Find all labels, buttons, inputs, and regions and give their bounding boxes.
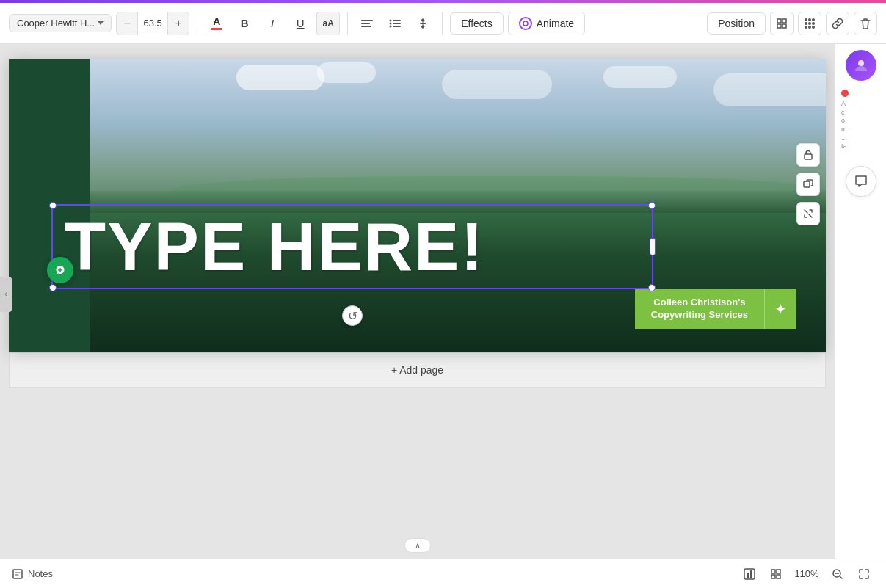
handle-middle-right[interactable] [650,238,656,255]
text-selection-box[interactable]: TYPE HERE! [51,204,653,289]
duplicate-button[interactable] [796,173,820,196]
svg-point-10 [523,21,528,26]
add-page-bar[interactable]: + Add page [9,352,826,388]
notes-label: Notes [28,568,53,579]
fullscreen-button[interactable] [854,564,874,584]
svg-rect-26 [750,570,752,578]
toolbar: Cooper Hewitt H... − + A B I U aA [0,3,886,44]
svg-point-16 [812,22,815,25]
text-color-letter: A [213,16,220,26]
rotate-icon: ↺ [348,309,357,323]
tools-icon-button[interactable] [770,12,794,35]
canvas-container: TYPE HERE! ↺ Colleen Christison's Copywr… [9,59,826,388]
comment-button[interactable] [846,166,876,197]
handle-top-left[interactable] [49,202,57,209]
svg-point-19 [812,26,815,29]
svg-rect-2 [361,26,371,27]
font-size-input[interactable] [137,12,168,35]
animate-icon [519,17,532,30]
bottom-icon-1[interactable] [739,564,760,584]
handle-bottom-left[interactable] [49,284,57,291]
svg-point-8 [390,25,392,27]
logo-badge-line2: Copywriting Services [651,309,748,322]
delete-icon-button[interactable] [854,12,877,35]
left-panel-arrow-icon: ‹ [4,290,7,298]
logo-badge-icon[interactable]: ✦ [764,289,796,329]
svg-rect-0 [361,20,373,21]
user-avatar[interactable] [846,50,876,81]
svg-point-12 [808,18,811,21]
font-size-decrease-button[interactable]: − [117,12,137,35]
toolbar-left: Cooper Hewitt H... − + A B I U aA [9,12,585,35]
notification-dot [841,90,849,97]
cloud-4 [603,66,677,88]
notes-button[interactable]: Notes [12,568,53,580]
cloud-1 [236,65,324,90]
add-page-label: + Add page [391,364,443,376]
animate-button[interactable]: Animate [508,12,585,35]
svg-rect-21 [804,181,810,187]
scroll-up-button[interactable]: ∧ [404,538,431,553]
bottom-icon-2[interactable] [766,564,786,584]
left-panel-toggle[interactable]: ‹ [0,277,12,312]
zoom-level: 110% [792,568,821,579]
logo-badge-symbol: ✦ [774,300,787,318]
toolbar-right: Position [707,12,877,35]
svg-point-11 [805,18,807,21]
underline-button[interactable]: U [288,12,312,35]
font-size-control: − + [116,12,189,35]
notification-item[interactable]: Acom...ta [838,87,883,154]
italic-button[interactable]: I [261,12,284,35]
chevron-down-icon [98,21,104,25]
svg-rect-24 [744,569,755,579]
svg-point-13 [812,18,815,21]
bold-button[interactable]: B [233,12,256,35]
handle-top-right[interactable] [648,202,656,209]
text-color-icon: A [211,16,222,30]
spacing-button[interactable] [411,12,435,35]
effects-button[interactable]: Effects [450,12,504,35]
svg-point-6 [390,19,392,21]
grammarly-icon[interactable] [47,257,73,283]
notification-text-preview: Acom...ta [841,100,847,151]
canvas-controls [796,143,820,225]
text-color-bar [211,28,222,30]
cloud-3 [442,70,552,99]
svg-rect-3 [393,20,401,21]
bottom-icons [739,564,786,584]
text-color-button[interactable]: A [205,12,228,35]
svg-rect-9 [420,23,426,24]
font-size-increase-button[interactable]: + [168,12,189,35]
zoom-out-button[interactable] [827,564,848,584]
bottom-bar: Notes 110% [0,559,886,588]
grid-icon-button[interactable] [798,12,821,35]
link-icon-button[interactable] [826,12,849,35]
toolbar-divider-2 [347,12,348,35]
scroll-hint: ∧ [404,538,431,553]
toolbar-divider-1 [197,12,197,35]
handle-bottom-right[interactable] [648,284,656,291]
animate-label: Animate [537,18,574,29]
right-panel: Acom...ta [835,44,886,588]
position-button[interactable]: Position [707,12,766,35]
svg-point-18 [808,26,811,29]
align-button[interactable] [355,12,379,35]
logo-badge[interactable]: Colleen Christison's Copywriting Service… [635,289,796,329]
svg-rect-25 [747,573,749,578]
zoom-controls: 110% [739,564,874,584]
svg-rect-1 [361,23,370,24]
main-layout: ‹ [0,44,886,588]
expand-button[interactable] [796,202,820,225]
rotate-handle[interactable]: ↺ [342,305,363,326]
toolbar-divider-3 [442,12,443,35]
svg-point-22 [858,60,864,66]
canvas-area: TYPE HERE! ↺ Colleen Christison's Copywr… [0,44,835,588]
case-toggle-button[interactable]: aA [316,12,340,35]
list-button[interactable] [383,12,407,35]
lock-button[interactable] [796,143,820,167]
logo-badge-text: Colleen Christison's Copywriting Service… [635,289,764,329]
font-selector[interactable]: Cooper Hewitt H... [9,14,112,32]
svg-rect-23 [13,570,22,578]
canvas-text-element[interactable]: TYPE HERE! [53,206,652,288]
effects-label: Effects [461,18,493,29]
